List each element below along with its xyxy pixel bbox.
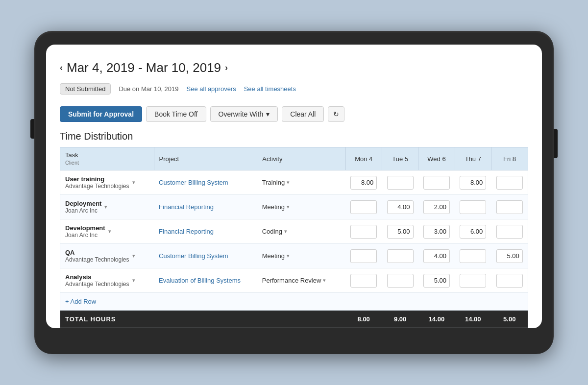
task-name-1: Deployment	[65, 200, 101, 207]
hour-input-tue-1[interactable]	[387, 200, 414, 214]
hour-cell-wed-0	[418, 170, 455, 195]
hour-cell-tue-1	[382, 195, 418, 219]
activity-value-4: Performance Review	[262, 277, 321, 284]
submit-approval-button[interactable]: Submit for Approval	[60, 106, 142, 122]
col-header-activity: Activity	[257, 147, 345, 170]
activity-cell-0: Training ▾	[257, 170, 345, 195]
activity-dropdown-arrow-2[interactable]: ▾	[284, 228, 287, 235]
total-tue: 9.00	[382, 311, 418, 328]
hour-cell-thu-0	[455, 170, 491, 195]
hour-input-thu-4[interactable]	[460, 274, 486, 288]
hour-cell-thu-1	[455, 195, 491, 219]
activity-value-2: Coding	[262, 228, 282, 235]
col-header-wed: Wed 6	[418, 147, 455, 170]
hour-input-thu-1[interactable]	[460, 200, 486, 214]
col-header-fri: Fri 8	[491, 147, 528, 170]
hour-cell-tue-4	[382, 268, 418, 293]
hour-input-fri-1[interactable]	[496, 200, 523, 214]
task-dropdown-arrow-0[interactable]: ▾	[132, 179, 135, 186]
hour-input-mon-2[interactable]	[350, 225, 377, 239]
hour-cell-fri-4	[491, 268, 528, 293]
activity-cell-2: Coding ▾	[257, 219, 345, 244]
hour-input-fri-3[interactable]	[496, 249, 523, 263]
date-navigation: ‹ Mar 4, 2019 - Mar 10, 2019 ›	[60, 54, 528, 79]
hour-input-wed-2[interactable]	[423, 225, 450, 239]
task-dropdown-arrow-1[interactable]: ▾	[104, 204, 107, 210]
hour-input-thu-3[interactable]	[460, 249, 486, 263]
status-bar: Not Submitted Due on Mar 10, 2019 See al…	[60, 79, 528, 101]
overwrite-label: Overwrite With	[219, 110, 264, 118]
col-header-task: Task Client	[60, 147, 154, 170]
col-header-thu: Thu 7	[455, 147, 491, 170]
hour-input-tue-4[interactable]	[387, 274, 414, 288]
hour-cell-thu-2	[455, 219, 491, 244]
hour-input-wed-0[interactable]	[423, 176, 450, 190]
due-date-text: Due on Mar 10, 2019	[119, 85, 178, 93]
hour-cell-tue-3	[382, 244, 418, 268]
task-dropdown-arrow-4[interactable]: ▾	[132, 277, 135, 284]
project-cell-1: Financial Reporting	[154, 195, 257, 219]
hour-cell-mon-0	[345, 170, 382, 195]
task-cell-4: Analysis Advantage Technologies ▾	[60, 268, 154, 293]
add-row-button[interactable]: + Add Row	[60, 293, 528, 311]
task-cell-1: Deployment Joan Arc Inc ▾	[60, 195, 154, 219]
next-arrow[interactable]: ›	[225, 63, 228, 73]
hour-input-thu-2[interactable]	[460, 225, 486, 239]
hour-cell-mon-1	[345, 195, 382, 219]
hour-cell-fri-1	[491, 195, 528, 219]
hour-cell-wed-3	[418, 244, 455, 268]
hour-input-fri-2[interactable]	[496, 225, 523, 239]
project-cell-2: Financial Reporting	[154, 219, 257, 244]
overwrite-dropdown-arrow: ▾	[266, 110, 270, 118]
hour-cell-fri-3	[491, 244, 528, 268]
hour-input-wed-4[interactable]	[423, 274, 450, 288]
task-cell-3: QA Advantage Technologies ▾	[60, 244, 154, 268]
client-name-2: Joan Arc Inc	[65, 232, 105, 239]
tablet-screen: ‹ Mar 4, 2019 - Mar 10, 2019 › Not Submi…	[46, 45, 542, 328]
activity-dropdown-arrow-4[interactable]: ▾	[323, 277, 326, 284]
hour-input-tue-0[interactable]	[387, 176, 414, 190]
task-dropdown-arrow-3[interactable]: ▾	[132, 253, 135, 259]
table-row: Analysis Advantage Technologies ▾ Evalua…	[60, 268, 528, 293]
hour-input-mon-3[interactable]	[350, 249, 377, 263]
col-header-tue: Tue 5	[382, 147, 418, 170]
table-row: Deployment Joan Arc Inc ▾ Financial Repo…	[60, 195, 528, 219]
hour-input-mon-0[interactable]	[350, 176, 377, 190]
col-header-project: Project	[154, 147, 257, 170]
book-time-off-button[interactable]: Book Time Off	[146, 106, 206, 122]
table-row: Development Joan Arc Inc ▾ Financial Rep…	[60, 219, 528, 244]
task-dropdown-arrow-2[interactable]: ▾	[108, 228, 111, 235]
activity-dropdown-arrow-3[interactable]: ▾	[287, 253, 290, 259]
see-timesheets-link[interactable]: See all timesheets	[244, 85, 296, 93]
clear-all-button[interactable]: Clear All	[282, 106, 324, 122]
hour-input-wed-1[interactable]	[423, 200, 450, 214]
hour-cell-mon-2	[345, 219, 382, 244]
client-name-3: Advantage Technologies	[65, 256, 129, 263]
task-name-2: Development	[65, 224, 105, 232]
see-approvers-link[interactable]: See all approvers	[187, 85, 236, 93]
hour-cell-mon-3	[345, 244, 382, 268]
activity-value-0: Training	[262, 179, 285, 186]
hour-input-tue-3[interactable]	[387, 249, 414, 263]
activity-dropdown-arrow-0[interactable]: ▾	[287, 179, 290, 186]
task-cell-2: Development Joan Arc Inc ▾	[60, 219, 154, 244]
total-row: TOTAL HOURS8.009.0014.0014.005.00	[60, 311, 528, 328]
total-fri: 5.00	[491, 311, 528, 328]
activity-dropdown-arrow-1[interactable]: ▾	[287, 204, 290, 210]
hour-cell-wed-2	[418, 219, 455, 244]
hour-input-mon-1[interactable]	[350, 200, 377, 214]
screen-inner: ‹ Mar 4, 2019 - Mar 10, 2019 › Not Submi…	[46, 45, 542, 328]
hour-input-tue-2[interactable]	[387, 225, 414, 239]
overwrite-with-button[interactable]: Overwrite With ▾	[210, 106, 278, 122]
hour-input-fri-0[interactable]	[496, 176, 523, 190]
hour-input-thu-0[interactable]	[460, 176, 486, 190]
total-hours-label: TOTAL HOURS	[60, 311, 346, 328]
hour-cell-wed-4	[418, 268, 455, 293]
col-header-mon: Mon 4	[345, 147, 382, 170]
hour-cell-thu-4	[455, 268, 491, 293]
hour-input-mon-4[interactable]	[350, 274, 377, 288]
prev-arrow[interactable]: ‹	[60, 63, 63, 73]
hour-input-fri-4[interactable]	[496, 274, 523, 288]
hour-input-wed-3[interactable]	[423, 249, 450, 263]
refresh-button[interactable]: ↻	[328, 106, 344, 122]
